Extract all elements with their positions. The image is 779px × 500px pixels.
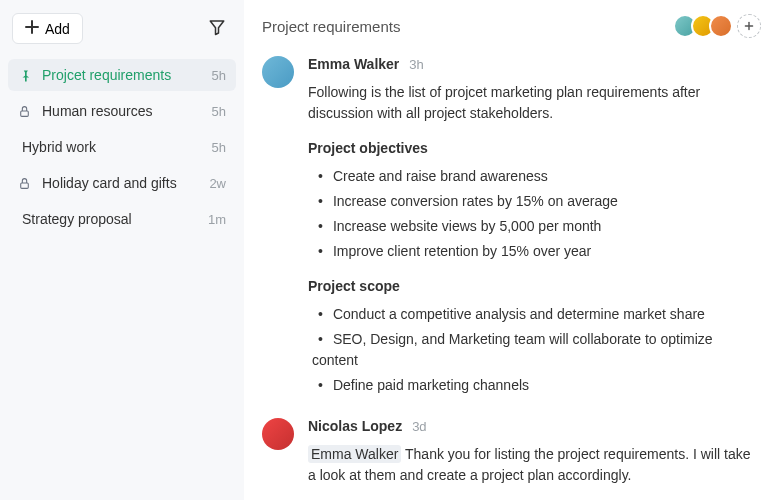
sidebar-item-label: Human resources [42, 103, 204, 119]
lock-icon [18, 105, 34, 118]
post-text: Emma Walker Thank you for listing the pr… [308, 444, 761, 486]
scope-list: Conduct a competitive analysis and deter… [308, 304, 761, 396]
post-author: Emma Walker [308, 56, 399, 72]
svg-marker-2 [210, 21, 224, 35]
post-time: 3h [409, 57, 423, 72]
sidebar-item-time: 5h [212, 140, 226, 155]
svg-rect-4 [21, 182, 29, 187]
sidebar-item-holiday-card[interactable]: Holiday card and gifts 2w [8, 167, 236, 199]
add-member-button[interactable] [737, 14, 761, 38]
main-header: Project requirements [262, 14, 761, 38]
lock-icon [18, 177, 34, 190]
sidebar-item-time: 1m [208, 212, 226, 227]
section-title: Project scope [308, 278, 761, 294]
sidebar-item-human-resources[interactable]: Human resources 5h [8, 95, 236, 127]
sidebar-item-label: Hybrid work [22, 139, 204, 155]
sidebar-item-label: Projcet requirements [42, 67, 204, 83]
post-text: Following is the list of projcet marketi… [308, 82, 761, 124]
sidebar-item-label: Holiday card and gifts [42, 175, 201, 191]
sidebar-item-time: 2w [209, 176, 226, 191]
post-header: Emma Walker 3h [308, 56, 761, 72]
sidebar-item-hybrid-work[interactable]: Hybrid work 5h [8, 131, 236, 163]
sidebar-item-project-requirements[interactable]: Projcet requirements 5h [8, 59, 236, 91]
list-item: Increase website views by 5,000 per mont… [312, 216, 761, 237]
sidebar-item-label: Strategy proposal [22, 211, 200, 227]
list-item: Conduct a competitive analysis and deter… [312, 304, 761, 325]
page-title: Project requirements [262, 18, 400, 35]
list-item: Increase conversion rates by 15% on aver… [312, 191, 761, 212]
avatar[interactable] [262, 56, 294, 88]
section-title: Project objectives [308, 140, 761, 156]
main-panel: Project requirements Emma Walker 3h Foll… [244, 0, 779, 500]
post-header: Nicolas Lopez 3d [308, 418, 761, 434]
add-button-label: Add [45, 21, 70, 37]
mention[interactable]: Emma Walker [308, 445, 401, 463]
plus-icon [744, 19, 754, 34]
plus-icon [25, 20, 39, 37]
objectives-list: Create and raise brand awareness Increas… [308, 166, 761, 262]
sidebar-item-strategy-proposal[interactable]: Strategy proposal 1m [8, 203, 236, 235]
pin-icon [18, 68, 34, 82]
svg-rect-3 [21, 110, 29, 115]
avatar[interactable] [709, 14, 733, 38]
post-body: Emma Walker 3h Following is the list of … [308, 56, 761, 396]
sidebar-item-time: 5h [212, 68, 226, 83]
post: Emma Walker 3h Following is the list of … [262, 56, 761, 396]
list-item: SEO, Design, and Marketing team will col… [312, 329, 761, 371]
list-item: Improve client retention by 15% over yea… [312, 241, 761, 262]
filter-icon [208, 18, 226, 39]
sidebar: Add Projcet requirements 5h Human resour… [0, 0, 244, 500]
member-avatars [679, 14, 761, 38]
post-time: 3d [412, 419, 426, 434]
filter-button[interactable] [202, 12, 232, 45]
list-item: Create and raise brand awareness [312, 166, 761, 187]
post-body: Nicolas Lopez 3d Emma Walker Thank you f… [308, 418, 761, 486]
sidebar-toolbar: Add [8, 12, 236, 55]
thread: Emma Walker 3h Following is the list of … [262, 56, 761, 500]
post-author: Nicolas Lopez [308, 418, 402, 434]
list-item: Define paid marketing channels [312, 375, 761, 396]
post: Nicolas Lopez 3d Emma Walker Thank you f… [262, 418, 761, 486]
add-button[interactable]: Add [12, 13, 83, 44]
avatar[interactable] [262, 418, 294, 450]
sidebar-item-time: 5h [212, 104, 226, 119]
